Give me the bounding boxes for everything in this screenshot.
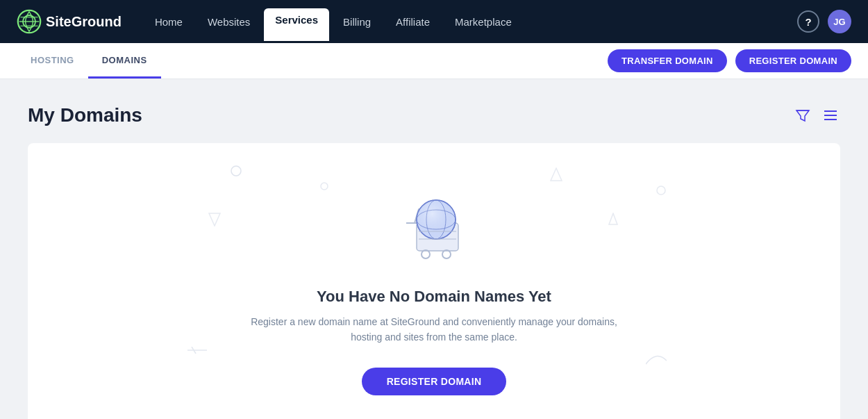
nav-item-marketplace[interactable]: Marketplace	[444, 10, 523, 33]
sub-nav-domains[interactable]: DOMAINS	[88, 43, 161, 79]
svg-point-17	[422, 250, 430, 258]
empty-illustration	[378, 185, 490, 268]
svg-marker-9	[551, 168, 562, 181]
sub-nav-left: HOSTING DOMAINS	[17, 43, 161, 79]
svg-point-8	[321, 183, 328, 190]
svg-marker-2	[796, 110, 809, 121]
transfer-domain-button[interactable]: TRANSFER DOMAIN	[608, 49, 727, 72]
nav-item-home[interactable]: Home	[144, 10, 194, 33]
nav-right: ? JG	[797, 10, 851, 33]
page-header: My Domains	[28, 104, 840, 126]
nav-left: SiteGround Home Websites Services Billin…	[17, 8, 523, 35]
nav-links: Home Websites Services Billing Affiliate…	[144, 8, 523, 35]
empty-state-title: You Have No Domain Names Yet	[317, 288, 551, 306]
nav-item-affiliate[interactable]: Affiliate	[385, 10, 441, 33]
list-view-icon[interactable]	[821, 106, 840, 125]
logo[interactable]: SiteGround	[17, 9, 122, 34]
logo-text: SiteGround	[46, 14, 122, 30]
help-button[interactable]: ?	[797, 10, 819, 33]
empty-state-card: You Have No Domain Names Yet Register a …	[28, 143, 840, 419]
svg-point-7	[231, 166, 241, 176]
empty-state-description: Register a new domain name at SiteGround…	[240, 314, 628, 345]
svg-point-24	[417, 200, 456, 239]
svg-marker-11	[609, 213, 617, 224]
svg-marker-10	[209, 213, 220, 226]
nav-item-billing[interactable]: Billing	[332, 10, 382, 33]
nav-item-services[interactable]: Services	[264, 8, 329, 41]
sub-nav-right: TRANSFER DOMAIN REGISTER DOMAIN	[608, 49, 851, 72]
sub-nav-hosting[interactable]: HOSTING	[17, 43, 88, 79]
main-content: My Domains	[0, 79, 868, 419]
page-title: My Domains	[28, 104, 142, 126]
svg-point-12	[657, 186, 665, 195]
register-domain-button-empty[interactable]: REGISTER DOMAIN	[362, 368, 507, 395]
register-domain-button-top[interactable]: REGISTER DOMAIN	[735, 49, 851, 72]
svg-point-18	[442, 250, 451, 258]
header-icons	[793, 106, 840, 125]
sub-nav: HOSTING DOMAINS TRANSFER DOMAIN REGISTER…	[0, 43, 868, 79]
svg-line-14	[192, 347, 196, 354]
top-nav: SiteGround Home Websites Services Billin…	[0, 0, 868, 43]
nav-item-websites[interactable]: Websites	[197, 10, 261, 33]
filter-icon[interactable]	[793, 106, 812, 125]
avatar[interactable]: JG	[828, 10, 851, 33]
